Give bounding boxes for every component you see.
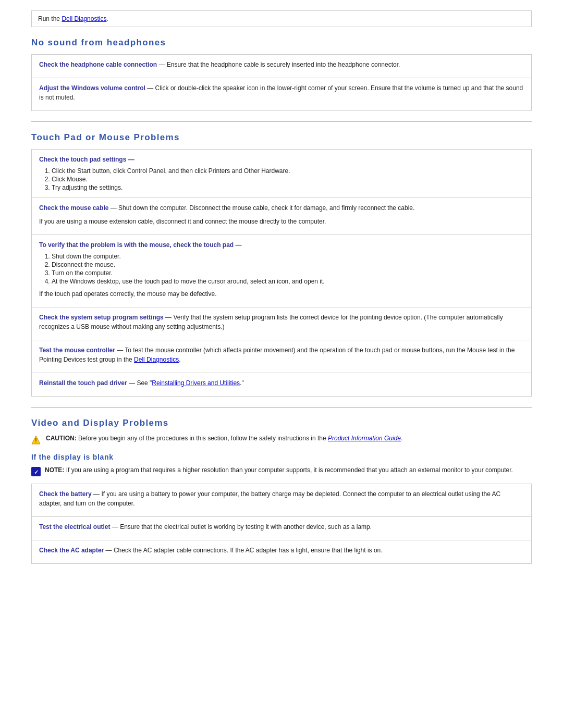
reinstall-driver-box: Reinstall the touch pad driver — See "Re… — [32, 373, 531, 396]
divider-2 — [31, 407, 532, 408]
windows-volume-box: Adjust the Windows volume control — Clic… — [32, 78, 531, 110]
system-setup-box: Check the system setup program settings … — [32, 307, 531, 340]
test-outlet-desc: Ensure that the electrical outlet is wor… — [120, 523, 372, 530]
test-outlet-box: Test the electrical outlet — Ensure that… — [32, 517, 531, 540]
verify-mouse-box: To verify that the problem is with the m… — [32, 235, 531, 307]
test-outlet-dash: — — [110, 523, 120, 530]
caution-end: . — [401, 435, 402, 442]
headphones-section: Check the headphone cable connection — E… — [31, 54, 532, 111]
check-battery-desc: If you are using a battery to power your… — [39, 490, 500, 507]
test-outlet-text: Test the electrical outlet — Ensure that… — [39, 522, 524, 532]
svg-text:✓: ✓ — [34, 469, 39, 475]
reinstall-driver-dash: — — [127, 379, 137, 387]
svg-text:!: ! — [35, 438, 36, 443]
caution-text: CAUTION: Before you begin any of the pro… — [46, 435, 402, 442]
run-text: Run the — [38, 15, 62, 22]
system-setup-dash: — — [164, 314, 174, 321]
touchpad-section: Check the touch pad settings — Click the… — [31, 149, 532, 397]
headphone-cable-bold: Check the headphone cable connection — [39, 61, 157, 68]
headphone-cable-dash: — — [157, 61, 167, 68]
check-ac-adapter-desc: Check the AC adapter cable connections. … — [114, 547, 383, 554]
dell-diagnostics-link-top[interactable]: Dell Diagnostics — [62, 15, 106, 22]
test-mouse-text2: . — [179, 356, 180, 363]
verify-step-4: At the Windows desktop, use the touch pa… — [52, 278, 524, 285]
windows-volume-bold: Adjust the Windows volume control — [39, 84, 145, 92]
mouse-cable-desc: Shut down the computer. Disconnect the m… — [118, 204, 414, 212]
system-setup-text: Check the system setup program settings … — [39, 313, 524, 331]
reinstall-driver-text: Reinstall the touch pad driver — See "Re… — [39, 378, 524, 388]
verify-mouse-steps: Shut down the computer. Disconnect the m… — [52, 253, 524, 285]
touchpad-step-1: Click the Start button, click Control Pa… — [52, 167, 524, 175]
caution-icon: ! — [31, 435, 41, 445]
check-battery-text: Check the battery — If you are using a b… — [39, 489, 524, 508]
test-mouse-dash: — — [115, 347, 125, 354]
note-text: NOTE: If you are using a program that re… — [45, 466, 513, 474]
reinstall-driver-bold: Reinstall the touch pad driver — [39, 379, 127, 387]
touchpad-step-2: Click Mouse. — [52, 176, 524, 183]
verify-step-2: Disconnect the mouse. — [52, 261, 524, 268]
windows-volume-dash: — — [145, 84, 155, 92]
check-battery-box: Check the battery — If you are using a b… — [32, 484, 531, 517]
mouse-cable-bold: Check the mouse cable — [39, 204, 108, 212]
display-blank-section: Check the battery — If you are using a b… — [31, 484, 532, 564]
mouse-cable-text: Check the mouse cable — Shut down the co… — [39, 203, 524, 213]
run-period: . — [106, 15, 108, 22]
display-blank-title: If the display is blank — [31, 453, 532, 461]
divider-1 — [31, 121, 532, 122]
check-ac-adapter-dash: — — [104, 547, 114, 554]
verify-mouse-dash: — — [234, 241, 241, 249]
mouse-cable-box: Check the mouse cable — Shut down the co… — [32, 198, 531, 235]
mouse-cable-dash: — — [108, 204, 118, 212]
headphone-cable-desc: Ensure that the headphone cable is secur… — [167, 61, 400, 68]
caution-label: CAUTION: — [46, 435, 77, 442]
top-diagnostics-box: Run the Dell Diagnostics. — [31, 10, 532, 27]
test-mouse-box: Test the mouse controller — To test the … — [32, 340, 531, 373]
touchpad-settings-box: Check the touch pad settings — Click the… — [32, 150, 531, 198]
check-battery-dash: — — [92, 490, 102, 498]
note-label: NOTE: — [45, 466, 64, 474]
test-mouse-bold: Test the mouse controller — [39, 347, 115, 354]
check-ac-adapter-bold: Check the AC adapter — [39, 547, 104, 554]
verify-mouse-header: To verify that the problem is with the m… — [39, 240, 524, 250]
headphone-cable-box: Check the headphone cable connection — E… — [32, 55, 531, 78]
touchpad-step-3: Try adjusting the settings. — [52, 184, 524, 191]
verify-mouse-blue: To verify that the problem is with the m… — [39, 241, 234, 249]
headphones-title: No sound from headphones — [31, 38, 532, 48]
video-display-title: Video and Display Problems — [31, 418, 532, 428]
note-icon: ✓ — [31, 467, 41, 476]
note-block: ✓ NOTE: If you are using a program that … — [31, 466, 532, 476]
system-setup-bold: Check the system setup program settings — [39, 314, 164, 321]
mouse-cable-extra: If you are using a mouse extension cable… — [39, 217, 524, 226]
dell-diagnostics-link-mouse[interactable]: Dell Diagnostics — [134, 356, 179, 363]
test-mouse-text: Test the mouse controller — To test the … — [39, 346, 524, 364]
page-container: Run the Dell Diagnostics. No sound from … — [0, 0, 563, 595]
product-info-guide-link[interactable]: Product Information Guide — [328, 435, 401, 442]
check-ac-adapter-box: Check the AC adapter — Check the AC adap… — [32, 540, 531, 563]
reinstall-driver-pre: See " — [137, 379, 152, 387]
touchpad-title: Touch Pad or Mouse Problems — [31, 132, 532, 143]
windows-volume-text: Adjust the Windows volume control — Clic… — [39, 83, 524, 102]
caution-block: ! CAUTION: Before you begin any of the p… — [31, 435, 532, 445]
reinstall-driver-post: ." — [240, 379, 244, 387]
check-battery-bold: Check the battery — [39, 490, 92, 498]
headphone-cable-text: Check the headphone cable connection — E… — [39, 60, 524, 69]
touchpad-settings-dash: — — [126, 156, 134, 163]
check-ac-adapter-text: Check the AC adapter — Check the AC adap… — [39, 546, 524, 555]
touchpad-settings-blue: Check the touch pad settings — [39, 156, 126, 163]
verify-step-1: Shut down the computer. — [52, 253, 524, 260]
note-desc: If you are using a program that requires… — [66, 466, 513, 474]
reinstalling-drivers-link[interactable]: Reinstalling Drivers and Utilities — [152, 379, 240, 387]
touchpad-settings-steps: Click the Start button, click Control Pa… — [52, 167, 524, 191]
test-outlet-bold: Test the electrical outlet — [39, 523, 110, 530]
touchpad-settings-header: Check the touch pad settings — — [39, 155, 524, 164]
verify-mouse-footer: If the touch pad operates correctly, the… — [39, 289, 524, 299]
caution-pre: Before you begin any of the procedures i… — [78, 435, 328, 442]
verify-step-3: Turn on the computer. — [52, 269, 524, 277]
